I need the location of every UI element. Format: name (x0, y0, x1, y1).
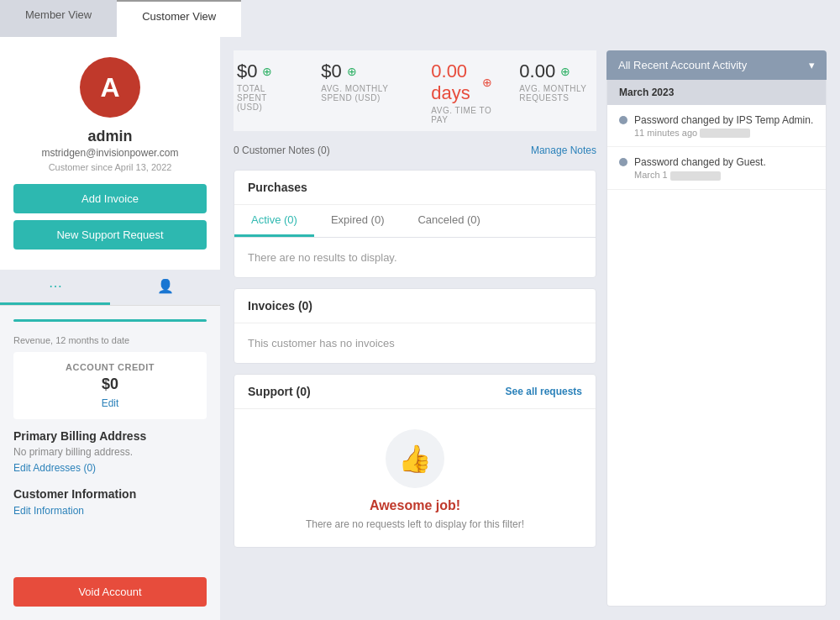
sidebar-body: Revenue, 12 months to date ACCOUNT CREDI… (0, 306, 220, 567)
sidebar: A admin mstridgen@invisionpower.com Cust… (0, 37, 220, 620)
stat-avg-time-label: AVG. TIME TO PAY (431, 106, 492, 124)
activity-dropdown-label: All Recent Account Activity (618, 59, 747, 71)
activity-time-0: 11 minutes ago (634, 128, 813, 139)
invoices-header: Invoices (0) (234, 289, 596, 323)
sidebar-profile: A admin mstridgen@invisionpower.com Cust… (0, 37, 220, 270)
stat-avg-monthly-icon: ⊕ (347, 65, 357, 78)
stats-bar: $0 ⊕ TOTAL SPENT (USD) $0 ⊕ AVG. MONTHLY… (234, 50, 596, 131)
purchase-tab-canceled[interactable]: Canceled (0) (401, 205, 496, 237)
user-icon: 👤 (157, 279, 174, 293)
support-header: Support (0) See all requests (234, 375, 596, 409)
sidebar-tabs: ⋯ 👤 (0, 270, 220, 306)
tabs-bar: Member View Customer View (0, 0, 840, 37)
activity-text-content-0: Password changed by IPS Temp Admin. (634, 113, 813, 128)
activity-dropdown-button[interactable]: All Recent Account Activity ▾ (606, 50, 827, 80)
tab-customer-view[interactable]: Customer View (117, 0, 241, 37)
stat-total-spent-label: TOTAL SPENT (USD) (237, 84, 294, 112)
thumbs-wrap: 👍 (234, 409, 596, 498)
account-credit-box: ACCOUNT CREDIT $0 Edit (13, 352, 207, 419)
stat-avg-time-value: 0.00 days ⊕ (431, 60, 492, 104)
void-account-button[interactable]: Void Account (13, 577, 207, 607)
activity-blur-1 (670, 171, 721, 181)
main-content: $0 ⊕ TOTAL SPENT (USD) $0 ⊕ AVG. MONTHLY… (220, 37, 840, 620)
activity-content: March 2023 Password changed by IPS Temp … (606, 80, 827, 607)
stat-avg-monthly-value: $0 ⊕ (321, 60, 404, 82)
notes-count: 0 Customer Notes (0) (234, 144, 330, 156)
stat-avg-requests-value: 0.00 ⊕ (519, 60, 596, 82)
stat-avg-requests-icon: ⊕ (560, 65, 570, 78)
no-invoices-text: This customer has no invoices (248, 337, 582, 349)
purchases-header: Purchases (234, 171, 596, 205)
activity-blur-0 (700, 129, 750, 138)
support-title: Support (0) (248, 385, 311, 398)
awesome-title: Awesome job! (234, 498, 596, 513)
tab-member-view[interactable]: Member View (0, 0, 117, 37)
purchase-tab-active[interactable]: Active (0) (234, 205, 314, 237)
account-credit-edit-link[interactable]: Edit (102, 397, 119, 409)
email: mstridgen@invisionpower.com (42, 147, 179, 159)
activity-month-header: March 2023 (607, 80, 826, 105)
edit-information-link[interactable]: Edit Information (13, 505, 84, 517)
invoices-body: This customer has no invoices (234, 323, 596, 363)
purchase-tab-expired[interactable]: Expired (0) (314, 205, 402, 237)
member-since: Customer since April 13, 2022 (49, 162, 172, 172)
activity-dot-1 (619, 158, 627, 166)
edit-addresses-link[interactable]: Edit Addresses (0) (13, 462, 96, 474)
main-layout: A admin mstridgen@invisionpower.com Cust… (0, 37, 840, 620)
stat-avg-time-icon: ⊕ (482, 76, 492, 89)
stat-avg-requests: 0.00 ⊕ AVG. MONTHLY REQUESTS (519, 60, 596, 124)
stat-avg-requests-label: AVG. MONTHLY REQUESTS (519, 84, 596, 102)
avatar: A (80, 57, 140, 118)
activity-text-content-1: Password changed by Guest. (634, 155, 766, 170)
stat-avg-time: 0.00 days ⊕ AVG. TIME TO PAY (431, 60, 492, 124)
new-support-request-button[interactable]: New Support Request (13, 220, 207, 250)
thumbs-up-icon: 👍 (386, 429, 444, 488)
account-credit-amount: $0 (24, 376, 197, 393)
revenue-bar (13, 319, 207, 322)
activity-text-1: Password changed by Guest. March 1 (634, 155, 766, 180)
support-card: Support (0) See all requests 👍 Awesome j… (234, 374, 596, 548)
purchases-no-results: There are no results to display. (234, 238, 596, 277)
add-invoice-button[interactable]: Add Invoice (13, 184, 207, 213)
activity-item-1: Password changed by Guest. March 1 (607, 147, 826, 189)
center-panel: $0 ⊕ TOTAL SPENT (USD) $0 ⊕ AVG. MONTHLY… (234, 50, 596, 607)
invoices-card: Invoices (0) This customer has no invoic… (234, 288, 596, 364)
sidebar-tab-dots[interactable]: ⋯ (0, 270, 110, 305)
sidebar-tab-user[interactable]: 👤 (110, 270, 220, 305)
revenue-label: Revenue, 12 months to date (13, 335, 207, 345)
account-credit-title: ACCOUNT CREDIT (24, 362, 197, 372)
purchases-card: Purchases Active (0) Expired (0) Cancele… (234, 170, 596, 278)
username: admin (87, 128, 132, 145)
stat-total-spent: $0 ⊕ TOTAL SPENT (USD) (237, 60, 294, 124)
manage-notes-link[interactable]: Manage Notes (531, 144, 596, 156)
notes-row: 0 Customer Notes (0) Manage Notes (234, 141, 596, 160)
see-all-requests-link[interactable]: See all requests (506, 386, 582, 397)
activity-time-1: March 1 (634, 170, 766, 181)
stat-total-spent-value: $0 ⊕ (237, 60, 294, 82)
purchase-tabs: Active (0) Expired (0) Canceled (0) (234, 205, 596, 238)
customer-info-title: Customer Information (13, 487, 207, 501)
dots-icon: ⋯ (49, 279, 62, 293)
awesome-sub: There are no requests left to display fo… (234, 518, 596, 547)
stat-avg-monthly: $0 ⊕ AVG. MONTHLY SPEND (USD) (321, 60, 404, 124)
activity-item-0: Password changed by IPS Temp Admin. 11 m… (607, 105, 826, 147)
no-billing-text: No primary billing address. (13, 446, 207, 458)
void-wrap: Void Account (0, 567, 220, 620)
activity-text-0: Password changed by IPS Temp Admin. 11 m… (634, 113, 813, 138)
dropdown-chevron-icon: ▾ (809, 59, 815, 71)
stat-total-spent-icon: ⊕ (262, 65, 272, 78)
stat-avg-monthly-label: AVG. MONTHLY SPEND (USD) (321, 84, 404, 102)
activity-dot-0 (619, 116, 627, 124)
right-panel: All Recent Account Activity ▾ March 2023… (606, 50, 827, 607)
primary-billing-title: Primary Billing Address (13, 429, 207, 443)
